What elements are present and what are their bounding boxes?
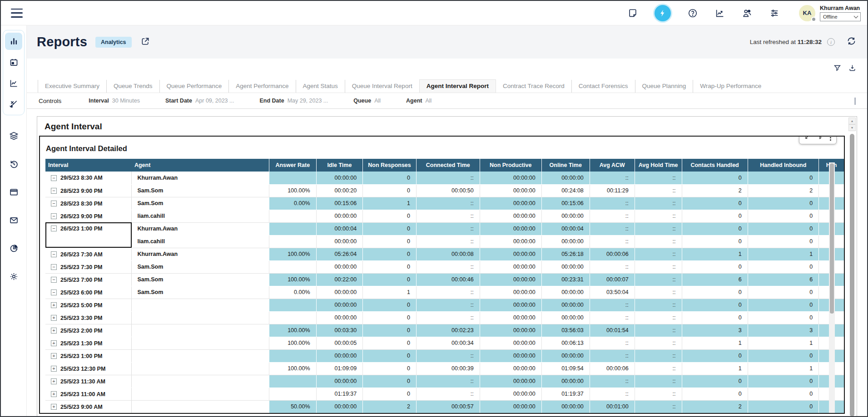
data-cell[interactable]: 0 — [363, 349, 417, 362]
filter-icon[interactable] — [833, 64, 841, 74]
data-cell[interactable]: :: — [635, 260, 682, 273]
external-link-icon[interactable] — [141, 37, 150, 48]
data-cell[interactable]: 0 — [363, 337, 417, 349]
data-cell[interactable]: 00:00:00 — [480, 286, 541, 299]
data-cell[interactable]: :: — [590, 235, 635, 248]
data-cell[interactable]: :: — [416, 311, 480, 324]
data-cell[interactable]: 0 — [363, 222, 417, 235]
data-cell[interactable] — [269, 388, 316, 400]
data-cell[interactable]: 00:00:00 — [480, 235, 541, 248]
agent-cell[interactable] — [132, 375, 269, 388]
data-cell[interactable]: :: — [416, 260, 480, 273]
agent-cell[interactable]: Khurram.Awan — [132, 222, 269, 235]
data-cell[interactable]: 0 — [363, 273, 417, 286]
interval-cell[interactable]: −25/5/23 7:30 PM — [45, 260, 132, 273]
data-cell[interactable]: :: — [590, 337, 635, 349]
data-cell[interactable]: :: — [590, 349, 635, 362]
interval-cell[interactable]: +25/5/23 11:30 AM — [45, 375, 132, 388]
status-select[interactable]: Offline — [820, 12, 861, 21]
agent-cell[interactable]: Sam.Som — [132, 273, 269, 286]
sidebar-item-trends[interactable] — [5, 74, 22, 92]
refresh-icon[interactable] — [847, 36, 856, 48]
data-cell[interactable]: 00:24:08 — [541, 184, 590, 197]
data-cell[interactable]: 00:00:00 — [480, 337, 541, 349]
quick-connect-icon[interactable] — [655, 5, 671, 21]
data-cell[interactable]: 00:00:00 — [480, 260, 541, 273]
data-cell[interactable]: 0.00% — [269, 286, 316, 299]
interval-cell[interactable]: −29/5/23 8:30 AM — [45, 172, 132, 184]
scroll-down-icon[interactable]: ▼ — [848, 124, 856, 131]
widget-filter-icon[interactable] — [817, 136, 823, 142]
data-cell[interactable]: 00:00:00 — [480, 273, 541, 286]
data-cell[interactable]: 00:15:06 — [316, 197, 363, 210]
data-cell[interactable]: 3 — [748, 324, 818, 337]
data-cell[interactable]: 00:00:00 — [316, 349, 363, 362]
interval-cell[interactable]: −28/5/23 8:30 PM — [45, 197, 132, 210]
data-cell[interactable]: 00:00:00 — [541, 311, 590, 324]
data-cell[interactable]: 0 — [363, 375, 417, 388]
report-tab[interactable]: Contract Trace Record — [496, 80, 571, 93]
data-cell[interactable]: 1 — [748, 248, 818, 260]
column-header-avg-acw[interactable]: Avg ACW — [590, 159, 635, 172]
data-cell[interactable]: 00:00:00 — [480, 362, 541, 375]
sidebar-item-reports[interactable] — [5, 33, 22, 50]
data-cell[interactable]: 0 — [748, 222, 818, 235]
data-cell[interactable]: 100.00% — [269, 362, 316, 375]
data-cell[interactable]: :: — [635, 349, 682, 362]
data-cell[interactable]: :: — [635, 197, 682, 210]
data-cell[interactable]: :: — [635, 375, 682, 388]
data-cell[interactable]: :: — [635, 235, 682, 248]
column-header-non-productive[interactable]: Non Productive — [480, 159, 541, 172]
data-cell[interactable]: 1 — [682, 337, 748, 349]
data-cell[interactable]: 100.00% — [269, 273, 316, 286]
data-cell[interactable]: 00:00:00 — [541, 286, 590, 299]
data-cell[interactable]: 01:19:37 — [541, 388, 590, 400]
data-cell[interactable]: 00:00:06 — [590, 248, 635, 260]
report-tab[interactable]: Executive Summary — [38, 80, 106, 93]
data-cell[interactable]: 0 — [748, 299, 818, 311]
interval-cell[interactable]: +25/5/23 3:30 PM — [45, 311, 132, 324]
preferences-icon[interactable] — [769, 8, 780, 19]
table-scrollbar-thumb[interactable] — [830, 163, 834, 314]
data-cell[interactable]: 00:00:00 — [541, 375, 590, 388]
data-cell[interactable]: 00:00:07 — [590, 273, 635, 286]
data-cell[interactable]: :: — [635, 248, 682, 260]
data-cell[interactable]: 00:00:00 — [541, 299, 590, 311]
data-cell[interactable]: 0 — [748, 210, 818, 222]
controls-chevron-down-icon[interactable] — [855, 98, 855, 104]
data-cell[interactable]: 00:00:06 — [590, 362, 635, 375]
agent-cell[interactable]: Khurram.Awan — [132, 172, 269, 184]
sidebar-item-pie-chart[interactable] — [5, 240, 22, 257]
data-cell[interactable]: 03:56:03 — [541, 324, 590, 337]
expand-toggle-icon[interactable]: + — [51, 340, 57, 346]
data-cell[interactable]: :: — [635, 400, 682, 413]
expand-toggle-icon[interactable]: + — [51, 404, 57, 410]
data-cell[interactable]: :: — [416, 349, 480, 362]
scroll-up-icon[interactable]: ▲ — [848, 118, 856, 124]
data-cell[interactable]: 1 — [748, 337, 818, 349]
sidebar-item-settings[interactable] — [5, 268, 22, 285]
data-cell[interactable]: 01:19:37 — [316, 388, 363, 400]
data-cell[interactable] — [269, 172, 316, 184]
data-cell[interactable]: 0 — [363, 248, 417, 260]
data-cell[interactable]: :: — [635, 299, 682, 311]
data-cell[interactable]: 00:03:30 — [316, 324, 363, 337]
data-cell[interactable]: 0 — [682, 349, 748, 362]
data-cell[interactable]: 00:06:13 — [541, 337, 590, 349]
interval-cell[interactable]: −25/5/23 7:00 PM — [45, 273, 132, 286]
data-cell[interactable]: 0 — [748, 235, 818, 248]
data-cell[interactable]: 00:22:00 — [316, 273, 363, 286]
data-cell[interactable]: 0 — [748, 172, 818, 184]
outer-scrollbar-thumb[interactable] — [850, 134, 854, 417]
sidebar-item-browser[interactable] — [5, 183, 22, 201]
hamburger-menu-icon[interactable] — [11, 9, 23, 18]
data-cell[interactable]: 1 — [682, 248, 748, 260]
data-cell[interactable]: :: — [416, 222, 480, 235]
data-cell[interactable]: 00:00:00 — [316, 375, 363, 388]
data-cell[interactable]: :: — [635, 273, 682, 286]
expand-toggle-icon[interactable]: + — [51, 328, 57, 334]
collapse-toggle-icon[interactable]: − — [51, 251, 57, 257]
data-cell[interactable]: :: — [590, 222, 635, 235]
interval-cell[interactable]: +25/5/23 1:30 PM — [45, 337, 132, 349]
data-cell[interactable]: :: — [635, 184, 682, 197]
